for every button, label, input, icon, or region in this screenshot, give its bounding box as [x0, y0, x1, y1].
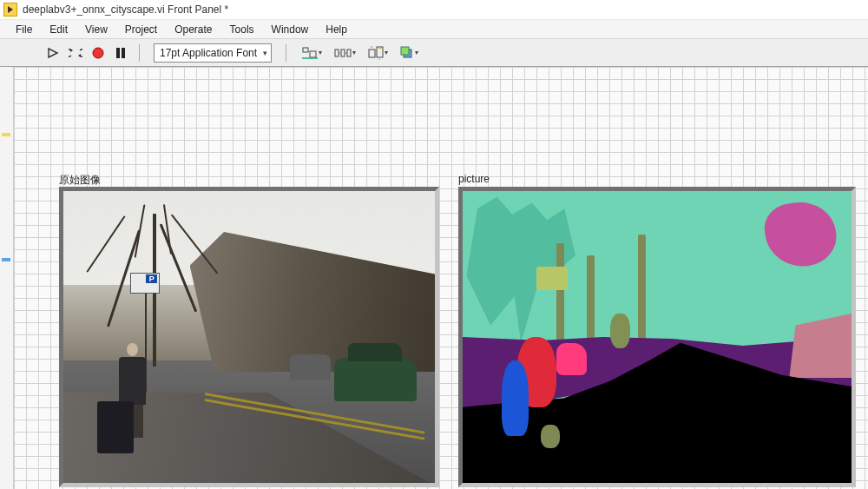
resize-objects-button[interactable]: ▾ [366, 43, 390, 63]
align-objects-button[interactable]: ▾ [300, 43, 324, 63]
labview-vi-icon [3, 3, 17, 17]
svg-rect-10 [341, 50, 345, 56]
svg-rect-5 [122, 48, 125, 58]
svg-rect-7 [310, 51, 316, 57]
window-title: deeplabv3+_onnx_cityscape.vi Front Panel… [23, 3, 228, 16]
svg-marker-1 [70, 49, 73, 52]
image-display-segmentation[interactable] [458, 187, 856, 487]
pause-button[interactable] [111, 43, 130, 63]
menu-project[interactable]: Project [116, 21, 166, 38]
distribute-objects-button[interactable]: ▾ [332, 43, 358, 63]
menu-operate[interactable]: Operate [166, 21, 220, 38]
image-display-original[interactable] [59, 187, 439, 487]
svg-rect-9 [335, 50, 339, 56]
font-selector-label: 17pt Application Font [160, 47, 257, 59]
svg-marker-0 [8, 6, 13, 13]
reorder-button[interactable]: ▾ [398, 43, 420, 63]
svg-rect-6 [303, 48, 308, 52]
toolbar-separator [139, 44, 140, 62]
dropdown-caret-icon: ▾ [352, 49, 356, 56]
menubar: File Edit View Project Operate Tools Win… [0, 20, 868, 39]
svg-rect-14 [369, 50, 375, 57]
svg-rect-11 [347, 50, 351, 56]
ruler-marker [2, 258, 10, 261]
run-continuous-button[interactable] [66, 43, 85, 63]
dropdown-caret-icon: ▾ [415, 49, 418, 56]
image-control-label-segmentation: picture [458, 173, 490, 185]
svg-marker-2 [78, 54, 81, 57]
front-panel-area[interactable]: 原始图像 [0, 67, 868, 489]
dropdown-caret-icon: ▾ [319, 49, 322, 56]
street-photo-content [63, 191, 435, 483]
dropdown-caret-icon: ▾ [385, 49, 388, 56]
run-button[interactable] [43, 43, 62, 63]
image-control-label-original: 原始图像 [59, 173, 101, 188]
segmentation-content [463, 191, 852, 483]
font-selector[interactable]: 17pt Application Font [154, 43, 272, 63]
toolbar-separator [286, 44, 286, 62]
svg-rect-4 [116, 48, 120, 58]
front-panel-canvas[interactable]: 原始图像 [14, 67, 868, 489]
menu-help[interactable]: Help [317, 21, 356, 38]
svg-rect-18 [401, 47, 409, 55]
menu-edit[interactable]: Edit [41, 21, 76, 38]
titlebar: deeplabv3+_onnx_cityscape.vi Front Panel… [0, 0, 868, 20]
menu-view[interactable]: View [76, 21, 116, 38]
menu-tools[interactable]: Tools [221, 21, 263, 38]
menu-file[interactable]: File [7, 21, 41, 38]
left-ruler [0, 67, 14, 489]
ruler-marker [2, 133, 10, 136]
svg-point-3 [93, 48, 103, 58]
menu-window[interactable]: Window [263, 21, 318, 38]
toolbar: 17pt Application Font ▾ ▾ [0, 39, 868, 67]
abort-button[interactable] [89, 43, 108, 63]
